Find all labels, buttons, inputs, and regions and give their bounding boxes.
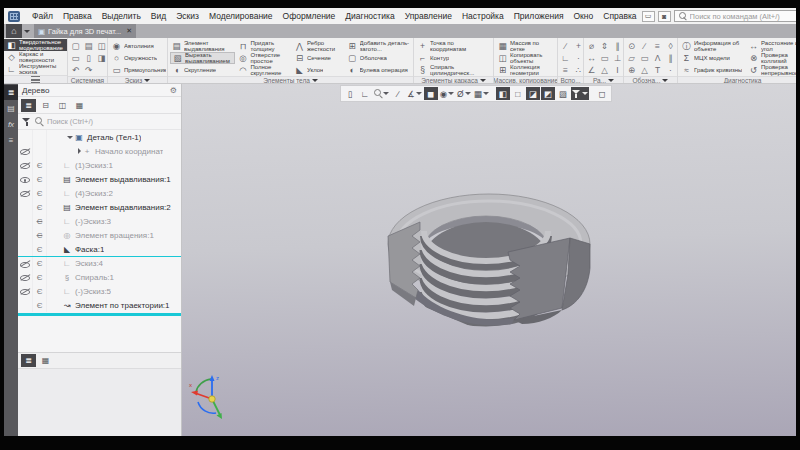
geometry-collection-button[interactable]: ⊞Коллекция геометрии <box>496 64 555 76</box>
menu-help[interactable]: Справка <box>598 9 641 23</box>
dim-icon-8[interactable]: ⊥ <box>611 53 624 64</box>
desig-icon-5[interactable]: ▭ <box>638 53 651 64</box>
system-group-label[interactable]: Системная <box>68 76 107 83</box>
tab-close-icon[interactable]: ✕ <box>126 27 132 35</box>
tree-row-sketch2[interactable]: Є ∟ (4)Эскиз:2 <box>18 186 181 200</box>
curvature-graph-button[interactable]: ≈График кривизны <box>680 64 746 76</box>
rectangle-button[interactable]: ▭Прямоугольник <box>110 64 167 76</box>
menu-select[interactable]: Выделить <box>97 9 146 23</box>
tree-row-extrude2[interactable]: Є ▤ Элемент выдавливания:2 <box>18 200 181 214</box>
designations-group-label[interactable]: Обозна... <box>624 76 677 83</box>
body-elements-group-label[interactable]: Элементы тела <box>168 76 413 83</box>
save-icon[interactable]: ◫ <box>95 41 108 52</box>
eye-off-icon[interactable] <box>20 287 30 296</box>
tree-row-sweep1[interactable]: Є ↝ Элемент по траектории:1 <box>18 298 181 312</box>
menu-window[interactable]: Окно <box>568 9 598 23</box>
spiral-button[interactable]: §Спираль цилиндрическ... <box>416 64 491 76</box>
text-label-icon[interactable]: T <box>651 65 664 76</box>
dimensions-group-label[interactable]: Ра... <box>584 76 623 83</box>
diagnostics-group-label[interactable]: Диагностика <box>678 76 796 83</box>
desig-icon-12[interactable]: · <box>664 65 677 76</box>
section-view-button[interactable]: ◧ <box>496 87 510 100</box>
filter-button[interactable] <box>571 87 589 100</box>
clip-view-button[interactable]: ◪ <box>526 87 540 100</box>
tree-row-sketch3[interactable]: Є ∟ (-)Эскиз:3 <box>18 214 181 228</box>
desig-icon-4[interactable]: ∕ <box>638 41 651 52</box>
object-info-button[interactable]: ⓘИнформация об объекте <box>680 40 746 52</box>
desig-icon-10[interactable]: ◊ <box>664 41 677 52</box>
menu-management[interactable]: Управление <box>400 9 457 23</box>
collision-check-button[interactable]: ⊗Проверка коллизий <box>747 52 796 64</box>
cut-extrude-button[interactable]: ▧Вырезать выдавливанием <box>170 52 235 64</box>
desig-icon-1[interactable]: ⊙ <box>625 41 638 52</box>
rib-button[interactable]: ⋀Ребро жесткости <box>293 40 345 52</box>
coordinate-triad[interactable]: x z <box>188 372 234 422</box>
tree-row-revolve1[interactable]: Є ◎ Элемент вращения:1 <box>18 228 181 242</box>
autoline-button[interactable]: ◉Автолиния <box>110 40 167 52</box>
continuity-check-button[interactable]: ↺Проверка непрерывности <box>747 64 796 76</box>
selection-frame-button[interactable]: ◻ <box>595 87 609 100</box>
dim-icon-6[interactable]: △ <box>598 65 611 76</box>
tree-row-root[interactable]: ▣ Деталь (Тел-1) <box>18 130 181 144</box>
mode-wireframe-surfaces[interactable]: ◇ Каркас и поверхности <box>4 51 67 63</box>
home-tab-button[interactable]: ⌂ <box>6 24 22 38</box>
grid-array-button[interactable]: ▦Массив по сетке <box>496 40 555 52</box>
menu-file[interactable]: Файл <box>27 9 58 23</box>
measure-button[interactable]: ∕ <box>391 87 405 100</box>
draft-button[interactable]: ◣Уклон <box>293 64 345 76</box>
tab-list-dropdown[interactable] <box>22 24 32 38</box>
filter-funnel-icon[interactable] <box>22 117 31 126</box>
dim-icon-4[interactable]: ⇕ <box>598 41 611 52</box>
dim-icon-1[interactable]: ⌀ <box>585 41 598 52</box>
menu-edit[interactable]: Правка <box>58 9 97 23</box>
desig-icon-8[interactable]: Λ <box>651 53 664 64</box>
tree-row-sketch4[interactable]: Є ∟ Эскиз:4 <box>18 256 181 270</box>
tree-row-chamfer1[interactable]: Є ◣ Фаска:1 <box>18 242 181 256</box>
dim-icon-3[interactable]: ∠ <box>585 65 598 76</box>
tree-row-extrude1[interactable]: Є ▤ Элемент выдавливания:1 <box>18 172 181 186</box>
array-copy-group-label[interactable]: Массив, копирование <box>494 76 557 83</box>
new-file-icon[interactable]: ▢ <box>69 41 82 52</box>
variables-panel-button[interactable]: fx <box>4 117 18 132</box>
desig-icon-2[interactable]: ▱ <box>625 53 638 64</box>
collapse-toolbar-button[interactable]: ▯ <box>343 87 357 100</box>
screenshot-icon[interactable]: ◙ <box>658 11 671 22</box>
menu-diagnostics[interactable]: Диагностика <box>340 9 399 23</box>
menu-applications[interactable]: Приложения <box>509 9 569 23</box>
viewport-3d[interactable]: ▯ ∟ ∕ ∡ ◼ ◉ Ø ▦ ◧ □ ◪ ◩ ▨ ◻ <box>182 84 796 436</box>
menu-sketch[interactable]: Эскиз <box>171 9 204 23</box>
point-by-coords-button[interactable]: +Точка по координатам <box>416 40 491 52</box>
desig-icon-3[interactable]: ⊕ <box>625 65 638 76</box>
aux-icon-3[interactable]: ≡ <box>559 65 572 76</box>
tree-row-origin[interactable]: + Начало координат <box>18 144 181 158</box>
add-part-button[interactable]: ⊞Добавить деталь-загото... <box>346 40 411 52</box>
image-quality-button[interactable]: ▦ <box>473 87 490 100</box>
parameters-tab-button[interactable]: ▦ <box>38 354 53 367</box>
aux-icon-1[interactable]: ∕ <box>559 41 572 52</box>
auxiliary-group-label[interactable]: Вспо... <box>558 76 583 83</box>
eye-off-icon[interactable] <box>20 161 30 170</box>
grid-button[interactable]: ▨ <box>556 87 570 100</box>
shaded-view-button[interactable]: ◼ <box>424 87 438 100</box>
tree-search-input[interactable]: Поиск (Ctrl+/) <box>18 114 181 130</box>
tree-row-sketch5[interactable]: Є ∟ (-)Эскиз:5 <box>18 284 181 298</box>
desig-icon-7[interactable]: ≡ <box>651 41 664 52</box>
contour-button[interactable]: ⌐Контур <box>416 52 491 64</box>
eye-icon[interactable] <box>20 175 30 184</box>
aux-icon-2[interactable]: ∟ <box>559 53 572 64</box>
shell-button[interactable]: ▢Оболочка <box>346 52 411 64</box>
orientation-button[interactable]: ∡ <box>406 87 423 100</box>
tree-panel-button[interactable]: ≣ <box>4 85 18 100</box>
menu-panel-button[interactable]: ≡ <box>4 133 18 148</box>
parameters-panel-button[interactable]: ▤ <box>4 101 18 116</box>
app-logo-icon[interactable] <box>8 11 20 22</box>
rotate-view-button[interactable]: ◉ <box>439 87 455 100</box>
dim-icon-9[interactable]: I <box>611 65 624 76</box>
frame-elements-group-label[interactable]: Элементы каркаса <box>414 76 493 83</box>
sketch-plane-button[interactable]: ∟ <box>358 87 372 100</box>
build-end-pointer[interactable] <box>18 313 181 316</box>
sketch-group-label[interactable]: Эскиз <box>108 76 167 83</box>
tree-tab-button[interactable]: ≣ <box>21 354 36 367</box>
menu-layout[interactable]: Оформление <box>278 9 341 23</box>
menu-settings[interactable]: Настройка <box>457 9 509 23</box>
